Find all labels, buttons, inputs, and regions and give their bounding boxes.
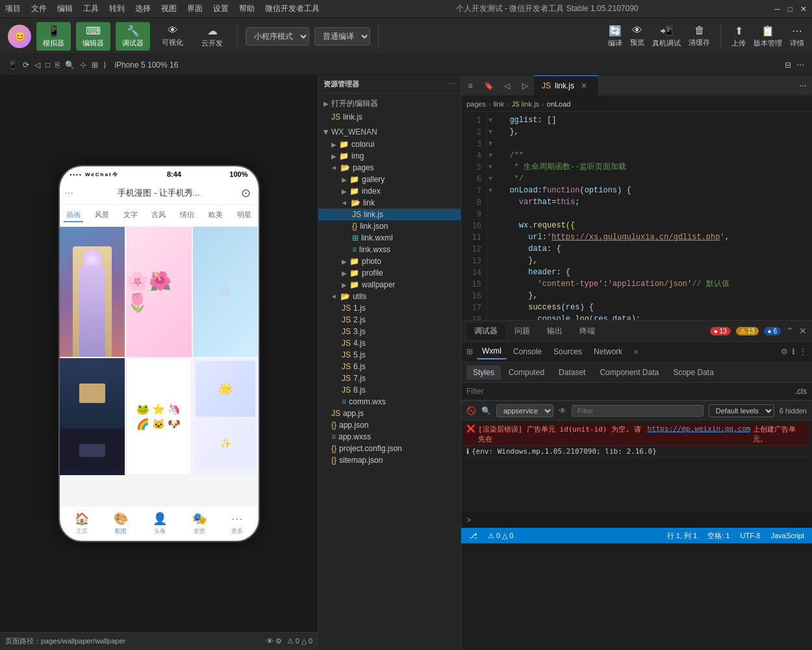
file-appjson[interactable]: {} app.json — [318, 419, 461, 431]
fold-arrow-7[interactable]: ▼ — [487, 126, 495, 138]
file-2js[interactable]: JS 2.js — [318, 314, 461, 326]
image-cell-6[interactable]: 🌟 ✨ — [193, 358, 259, 475]
tab-nav-bookmark[interactable]: 🔖 — [479, 75, 498, 96]
menu-item-help[interactable]: 帮助 — [239, 3, 255, 14]
search-icon[interactable]: 🔍 — [65, 60, 75, 70]
file-5js[interactable]: JS 5.js — [318, 349, 461, 361]
grid-icon[interactable]: ⊞ — [92, 60, 98, 70]
mode-select[interactable]: 小程序模式 — [246, 27, 309, 46]
tab-nav-forward[interactable]: ▷ — [516, 75, 534, 96]
wxml-sub-tab-network[interactable]: Network — [589, 344, 628, 359]
file-appjs[interactable]: JS app.js — [318, 408, 461, 419]
nav-icon[interactable]: ⊹ — [80, 60, 86, 70]
wxml-gear-icon[interactable]: ⚙ — [781, 347, 788, 356]
phone-nav-item-1[interactable]: 风景 — [92, 209, 112, 222]
file-4js[interactable]: JS 4.js — [318, 337, 461, 349]
tab-close-button[interactable]: ✕ — [581, 81, 587, 90]
menu-item-wechat[interactable]: 微信开发者工具 — [265, 3, 320, 14]
wxml-sub-tab-sources[interactable]: Sources — [548, 344, 587, 359]
fold-arrow-10[interactable]: ▼ — [487, 138, 495, 150]
tab-more-button[interactable]: ⋯ — [794, 75, 812, 96]
tool-icon[interactable]: ⟩ — [103, 60, 107, 70]
copy-icon[interactable]: ⎘ — [55, 60, 60, 70]
folder-index[interactable]: ▶ 📁 index — [318, 185, 461, 197]
close-button[interactable]: ✕ — [800, 5, 807, 14]
phone-nav-item-6[interactable]: 明星 — [235, 209, 254, 222]
more-files-icon[interactable]: ⋯ — [448, 80, 455, 88]
menu-item-goto[interactable]: 转到 — [109, 3, 125, 14]
file-3js[interactable]: JS 3.js — [318, 326, 461, 337]
folder-photo[interactable]: ▶ 📁 photo — [318, 255, 461, 267]
settings-icon[interactable]: ⚙ — [275, 637, 282, 645]
file-linkjs[interactable]: JS link.js — [318, 209, 461, 220]
console-eye-icon[interactable]: 👁 — [559, 406, 566, 415]
open-editors-header[interactable]: ▶ 打开的编辑器 — [318, 96, 461, 111]
maximize-button[interactable]: □ — [788, 5, 793, 14]
collapse-icon[interactable]: ⌃ — [786, 326, 794, 336]
file-sitemap[interactable]: {} sitemap.json — [318, 454, 461, 466]
styles-tab-dataset[interactable]: Dataset — [552, 365, 592, 380]
console-levels-select[interactable]: Default levels — [709, 404, 774, 417]
styles-tab-scope[interactable]: Scope Data — [666, 365, 720, 380]
open-file-linkjs[interactable]: JS link.js — [318, 111, 461, 123]
phone-nav-item-4[interactable]: 情侣 — [177, 209, 197, 222]
minimize-button[interactable]: ─ — [774, 5, 780, 14]
menu-item-interface[interactable]: 界面 — [187, 3, 203, 14]
compile-select[interactable]: 普通编译 — [314, 27, 370, 46]
fold-arrow-14[interactable]: ▼ — [487, 161, 495, 173]
preview-button[interactable]: 👁 预览 — [630, 25, 644, 47]
mp-weixin-link[interactable]: https://mp.weixin.qq.com — [647, 424, 750, 433]
file-appwxss[interactable]: ≡ app.wxss — [318, 431, 461, 443]
code-content[interactable]: gglist: [] }, /** * 生命周期函数--监听页面加载 */ — [495, 112, 812, 320]
wxml-dots-icon[interactable]: ⋮ — [799, 347, 807, 356]
project-header[interactable]: ▶ WX_WENAN — [318, 125, 461, 138]
forward-icon[interactable]: □ — [45, 60, 50, 70]
console-appservice-select[interactable]: appservice — [496, 404, 553, 417]
folder-wallpaper[interactable]: ▶ 📁 wallpaper — [318, 279, 461, 291]
menu-item-project[interactable]: 项目 — [5, 3, 21, 14]
folder-pages[interactable]: ▼ 📂 pages — [318, 162, 461, 174]
debugger-button[interactable]: 🔧 调试器 — [116, 22, 150, 51]
file-8js[interactable]: JS 8.js — [318, 384, 461, 396]
fold-arrow-17[interactable]: ▼ — [487, 173, 495, 185]
phone-content[interactable]: 🌸🌺🌷 ❄ — [60, 227, 259, 506]
menu-item-file[interactable]: 文件 — [31, 3, 47, 14]
split-icon[interactable]: ⊟ — [785, 60, 791, 70]
wxml-sub-tab-more[interactable]: » — [629, 344, 644, 359]
image-cell-4[interactable] — [60, 358, 125, 475]
fold-arrow-12[interactable]: ▼ — [487, 150, 495, 161]
cls-label[interactable]: .cls — [795, 387, 807, 396]
eye-icon[interactable]: 👁 — [266, 637, 273, 645]
image-cell-5[interactable]: 🐸 ⭐ 🦄 🌈 🐱 🐶 — [126, 358, 192, 475]
file-projectconfig[interactable]: {} project.config.json — [318, 443, 461, 454]
image-cell-1[interactable] — [60, 227, 125, 357]
fold-arrow-20[interactable]: ▼ — [487, 185, 495, 196]
image-cell-3[interactable]: ❄ — [193, 227, 259, 357]
phone-tab-set[interactable]: 🎭 套图 — [192, 512, 207, 536]
menu-item-settings[interactable]: 设置 — [213, 3, 229, 14]
console-filter-icon[interactable]: 🔍 — [481, 406, 491, 415]
breadcrumb-link[interactable]: link — [494, 100, 505, 108]
phone-nav-item-5[interactable]: 欧美 — [206, 209, 225, 222]
breadcrumb-file[interactable]: JS link.js — [512, 100, 539, 108]
folder-utils[interactable]: ▼ 📂 utils — [318, 291, 461, 302]
simulator-button[interactable]: 📱 模拟器 — [36, 22, 71, 51]
styles-tab-computed[interactable]: Computed — [502, 365, 551, 380]
cloud-button[interactable]: ☁ 云开发 — [195, 22, 229, 51]
wxml-info-icon[interactable]: ℹ — [792, 347, 795, 356]
folder-img[interactable]: ▶ 📁 img — [318, 150, 461, 162]
file-linkwxss[interactable]: ≡ link.wxss — [318, 244, 461, 255]
editor-button[interactable]: ⌨ 编辑器 — [76, 22, 110, 51]
more-icon[interactable]: ⋯ — [796, 60, 804, 70]
file-6js[interactable]: JS 6.js — [318, 361, 461, 372]
upload-button[interactable]: ⬆ 上传 — [731, 25, 746, 48]
real-debug-button[interactable]: 📲 真机调试 — [652, 25, 681, 48]
tab-nav-back[interactable]: ◁ — [498, 75, 516, 96]
file-tree[interactable]: ▶ 打开的编辑器 JS link.js ▶ WX_WENAN ▶ 📁 — [318, 94, 461, 650]
details-button[interactable]: ⋯ 详情 — [790, 25, 804, 48]
file-7js[interactable]: JS 7.js — [318, 372, 461, 384]
styles-tab-styles[interactable]: Styles — [466, 365, 501, 380]
folder-gallery[interactable]: ▶ 📁 gallery — [318, 174, 461, 185]
console-input[interactable] — [474, 516, 807, 525]
styles-filter-input[interactable] — [466, 387, 790, 396]
